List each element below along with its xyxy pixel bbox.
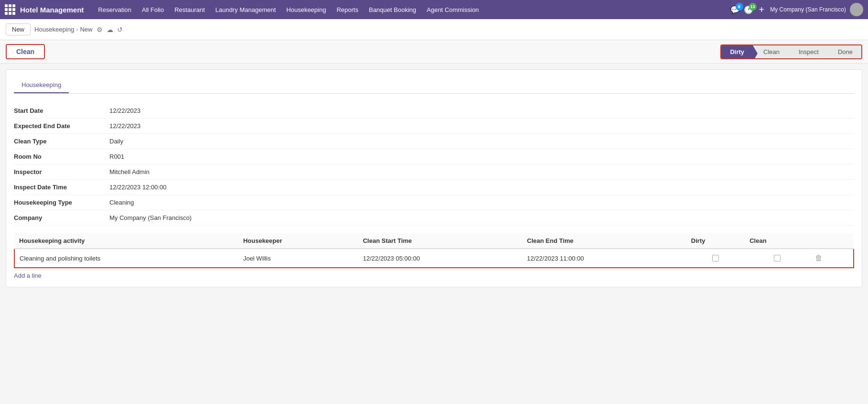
breadcrumb-separator: › (76, 26, 78, 33)
field-company: Company My Company (San Francisco) (14, 210, 854, 226)
nav-laundry[interactable]: Laundry Management (211, 4, 281, 15)
cell-clean-start: 12/22/2023 05:00:00 (358, 249, 522, 268)
col-housekeeper: Housekeeper (239, 233, 358, 249)
subbar: New Housekeeping › New ⚙ ☁ ↺ (0, 19, 868, 40)
action-bar: Clean Dirty Clean Inspect Done (0, 40, 868, 64)
nav-restaurant[interactable]: Restaurant (170, 4, 210, 15)
nav-reservation[interactable]: Reservation (93, 4, 136, 15)
notification-badge: 6 (736, 3, 743, 11)
col-clean-start: Clean Start Time (358, 233, 522, 249)
cell-clean-check[interactable] (745, 249, 810, 268)
cell-dirty-check[interactable] (686, 249, 745, 268)
status-inspect[interactable]: Inspect (788, 45, 827, 58)
activity-table-body: Cleaning and polishing toilets Joel Will… (14, 249, 854, 268)
upload-icon[interactable]: ☁ (107, 26, 113, 33)
tab-housekeeping[interactable]: Housekeeping (14, 77, 69, 93)
field-expected-end-date: Expected End Date 12/22/2023 (14, 119, 854, 134)
status-pipeline: Dirty Clean Inspect Done (720, 44, 862, 59)
alerts-button[interactable]: 🕐 13 (744, 5, 753, 14)
nav-reports[interactable]: Reports (332, 4, 363, 15)
form-section: Start Date 12/22/2023 Expected End Date … (14, 103, 854, 226)
table-header: Housekeeping activity Housekeeper Clean … (14, 233, 854, 249)
top-navigation: Hotel Management Reservation All Folio R… (0, 0, 868, 19)
cell-delete[interactable]: 🗑 (810, 249, 854, 268)
tabs: Housekeeping (14, 77, 854, 94)
delete-icon: 🗑 (815, 254, 823, 262)
breadcrumb: Housekeeping › New (34, 26, 92, 33)
cell-clean-end: 12/22/2023 11:00:00 (522, 249, 686, 268)
new-button[interactable]: New (6, 23, 31, 35)
activity-table: Housekeeping activity Housekeeper Clean … (14, 233, 854, 268)
table-row[interactable]: Cleaning and polishing toilets Joel Will… (14, 249, 854, 268)
field-inspect-datetime: Inspect Date Time 12/22/2023 12:00:00 (14, 180, 854, 195)
add-button[interactable]: + (759, 4, 765, 15)
notifications-button[interactable]: 💬 6 (730, 5, 740, 14)
col-actions (810, 233, 854, 249)
nav-right: 💬 6 🕐 13 + My Company (San Francisco) (730, 3, 863, 16)
status-done[interactable]: Done (827, 45, 861, 58)
col-clean: Clean (745, 233, 810, 249)
company-name: My Company (San Francisco) (770, 6, 846, 13)
nav-banquet[interactable]: Banquet Booking (364, 4, 421, 15)
nav-menu: Reservation All Folio Restaurant Laundry… (93, 4, 728, 15)
app-brand: Hotel Management (20, 6, 84, 14)
clean-button[interactable]: Clean (6, 44, 45, 59)
status-clean[interactable]: Clean (753, 45, 788, 58)
nav-housekeeping[interactable]: Housekeeping (282, 4, 331, 15)
breadcrumb-current: New (80, 26, 92, 33)
field-start-date: Start Date 12/22/2023 (14, 103, 854, 119)
field-room-no: Room No R001 (14, 149, 854, 164)
col-clean-end: Clean End Time (522, 233, 686, 249)
breadcrumb-parent[interactable]: Housekeeping (34, 26, 74, 33)
field-clean-type: Clean Type Daily (14, 134, 854, 149)
settings-icon[interactable]: ⚙ (97, 26, 103, 33)
alert-badge: 13 (749, 3, 757, 11)
nav-agent-commission[interactable]: Agent Commission (422, 4, 484, 15)
nav-all-folio[interactable]: All Folio (137, 4, 169, 15)
status-dirty[interactable]: Dirty (721, 45, 753, 58)
cell-housekeeper: Joel Willis (239, 249, 358, 268)
main-content: Housekeeping Start Date 12/22/2023 Expec… (6, 69, 862, 287)
apps-icon[interactable] (5, 4, 15, 15)
refresh-icon[interactable]: ↺ (117, 26, 123, 33)
field-inspector: Inspector Mitchell Admin (14, 164, 854, 180)
user-avatar[interactable] (850, 3, 863, 16)
cell-activity: Cleaning and polishing toilets (14, 249, 239, 268)
add-line-button[interactable]: Add a line (14, 272, 42, 279)
col-dirty: Dirty (686, 233, 745, 249)
col-activity: Housekeeping activity (14, 233, 239, 249)
field-housekeeping-type: Housekeeping Type Cleaning (14, 195, 854, 210)
